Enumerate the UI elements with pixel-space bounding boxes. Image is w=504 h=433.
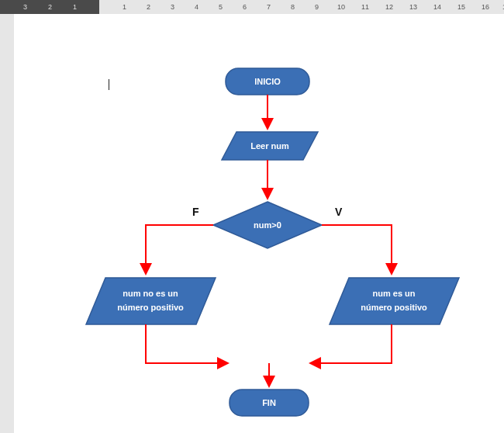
io-true[interactable]: num es un número positivo [330, 278, 459, 324]
ruler-h-tick: 2 [147, 3, 150, 11]
arrow-merge-left [146, 324, 228, 363]
terminator-start[interactable]: INICIO [226, 68, 309, 95]
svg-marker-3 [86, 278, 216, 324]
ruler-h-tick: 8 [291, 3, 295, 11]
ruler-h-tick: 3 [171, 3, 174, 11]
read-label: Leer num [250, 141, 289, 151]
ruler-h-tick: 3 [23, 3, 27, 11]
decision-label: num>0 [254, 220, 281, 230]
ruler-horizontal: 3 2 1 1 2 3 4 5 6 7 8 9 10 11 12 13 14 1… [0, 0, 504, 14]
ruler-h-tick: 16 [482, 3, 489, 11]
decision[interactable]: num>0 [213, 202, 322, 248]
terminator-end[interactable]: FIN [230, 390, 309, 416]
ruler-h-tick: 1 [73, 3, 77, 11]
false-l1: num no es un [123, 289, 178, 298]
arrow-merge-right [310, 324, 392, 363]
start-label: INICIO [254, 77, 281, 86]
true-l1: num es un [372, 289, 415, 298]
branch-true-label: V [335, 206, 343, 218]
ruler-indent-zone [99, 0, 504, 14]
ruler-corner [0, 0, 14, 14]
io-false[interactable]: num no es un número positivo [86, 278, 216, 324]
ruler-h-tick: 13 [409, 3, 417, 11]
flowchart: INICIO Leer num num>0 F V num no es un n… [14, 14, 504, 433]
branch-false-label: F [192, 206, 199, 218]
true-l2: número positivo [361, 303, 427, 312]
false-l2: número positivo [117, 303, 184, 312]
ruler-h-tick: 15 [457, 3, 465, 11]
end-label: FIN [262, 398, 276, 407]
arrow-false [146, 225, 213, 274]
ruler-h-tick: 7 [267, 3, 271, 11]
ruler-h-tick: 1 [123, 3, 126, 11]
ruler-h-tick: 2 [48, 3, 52, 11]
ruler-h-tick: 11 [361, 3, 369, 11]
ruler-h-tick: 10 [337, 3, 345, 11]
ruler-h-tick: 12 [385, 3, 393, 11]
ruler-vertical [0, 14, 14, 433]
ruler-h-tick: 14 [433, 3, 441, 11]
ruler-h-tick: 9 [315, 3, 319, 11]
svg-marker-4 [330, 278, 459, 324]
io-read[interactable]: Leer num [222, 132, 318, 160]
ruler-h-tick: 5 [219, 3, 223, 11]
ruler-h-tick: 6 [243, 3, 247, 11]
document-canvas[interactable]: INICIO Leer num num>0 F V num no es un n… [14, 14, 504, 433]
arrow-true [322, 225, 392, 274]
ruler-h-tick: 4 [195, 3, 198, 11]
